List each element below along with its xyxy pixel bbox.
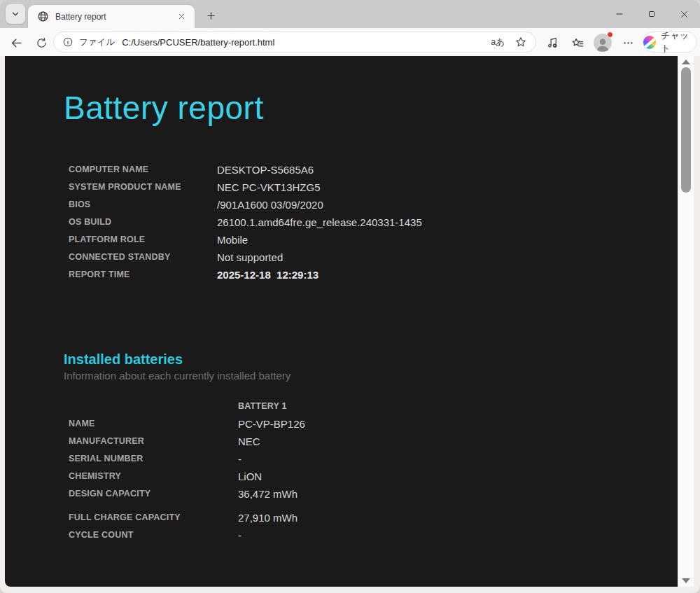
row-value: /901A1600 03/09/2020 xyxy=(217,199,650,211)
scroll-up-arrow-icon[interactable] xyxy=(682,60,690,64)
music-note-icon xyxy=(546,36,559,50)
address-bar[interactable]: ファイル C:/Users/PCUSER/battery-report.html… xyxy=(53,32,536,53)
table-row: MANUFACTURER NEC xyxy=(69,433,650,450)
copilot-chat-button[interactable]: チャット xyxy=(643,32,697,53)
row-label: REPORT TIME xyxy=(69,270,217,279)
table-row: REPORT TIME 2025-12-18 12:29:13 xyxy=(69,266,650,284)
row-value: 36,472 mWh xyxy=(238,488,650,500)
battery-report: Battery report COMPUTER NAME DESKTOP-S56… xyxy=(5,56,678,544)
vertical-scrollbar[interactable] xyxy=(678,56,694,587)
row-value: 26100.1.amd64fre.ge_release.240331-1435 xyxy=(217,216,650,228)
table-row: CONNECTED STANDBY Not supported xyxy=(69,249,650,266)
table-row: SYSTEM PRODUCT NAME NEC PC-VKT13HZG5 xyxy=(69,179,650,196)
row-value: - xyxy=(238,529,650,541)
section-subtitle: Information about each currently install… xyxy=(64,370,650,382)
table-row: OS BUILD 26100.1.amd64fre.ge_release.240… xyxy=(69,214,650,231)
row-label: MANUFACTURER xyxy=(69,436,238,446)
table-row: CYCLE COUNT - xyxy=(69,526,650,544)
chevron-down-icon xyxy=(10,9,20,19)
copilot-icon xyxy=(643,36,656,49)
new-tab-button[interactable] xyxy=(202,6,220,25)
back-arrow-icon xyxy=(10,36,23,50)
row-label: CHEMISTRY xyxy=(69,471,238,481)
tab-title: Battery report xyxy=(55,12,175,22)
translate-icon[interactable]: aあ xyxy=(491,36,505,48)
page-title: Battery report xyxy=(64,88,650,129)
table-row: NAME PC-VP-BP126 xyxy=(69,415,650,433)
row-label: NAME xyxy=(69,419,238,428)
close-icon xyxy=(680,10,689,19)
url-scheme-label: ファイル xyxy=(79,36,115,48)
table-row: FULL CHARGE CAPACITY 27,910 mWh xyxy=(69,509,650,526)
row-label: FULL CHARGE CAPACITY xyxy=(69,512,238,522)
row-value: 27,910 mWh xyxy=(238,512,650,524)
row-value: DESKTOP-S5685A6 xyxy=(217,164,650,176)
favorite-star-icon[interactable] xyxy=(514,36,527,48)
table-row: CHEMISTRY LiON xyxy=(69,468,650,485)
row-value: - xyxy=(238,453,650,465)
installed-batteries-section: Installed batteries Information about ea… xyxy=(64,351,650,544)
star-list-icon xyxy=(571,36,584,50)
table-row: COMPUTER NAME DESKTOP-S5685A6 xyxy=(69,161,650,179)
url-text[interactable]: C:/Users/PCUSER/battery-report.html xyxy=(122,37,491,48)
row-label: SYSTEM PRODUCT NAME xyxy=(69,182,217,192)
column-header: BATTERY 1 xyxy=(238,401,650,411)
browser-window: Battery report xyxy=(0,0,700,593)
profile-button[interactable] xyxy=(593,33,612,52)
close-window-button[interactable] xyxy=(668,0,700,28)
refresh-button[interactable] xyxy=(32,34,50,52)
tab-strip: Battery report xyxy=(0,0,700,28)
more-menu-button[interactable] xyxy=(619,34,637,52)
row-label: SERIAL NUMBER xyxy=(69,454,238,463)
system-info-table: COMPUTER NAME DESKTOP-S5685A6 SYSTEM PRO… xyxy=(69,161,650,284)
tab-search-button[interactable] xyxy=(6,4,25,24)
back-button[interactable] xyxy=(7,34,25,52)
maximize-icon xyxy=(648,10,656,18)
row-label: COMPUTER NAME xyxy=(69,165,217,174)
scroll-down-arrow-icon[interactable] xyxy=(682,578,690,583)
globe-icon xyxy=(37,11,49,22)
info-icon[interactable] xyxy=(62,36,74,48)
table-row: PLATFORM ROLE Mobile xyxy=(69,231,650,249)
row-label: OS BUILD xyxy=(69,217,217,227)
browser-toolbar: ファイル C:/Users/PCUSER/battery-report.html… xyxy=(0,28,700,56)
row-label: BIOS xyxy=(69,200,217,209)
plus-icon xyxy=(206,11,216,21)
table-row: BIOS /901A1600 03/09/2020 xyxy=(69,196,650,214)
section-heading: Installed batteries xyxy=(64,351,650,368)
scrollbar-thumb[interactable] xyxy=(681,67,691,193)
row-label: CONNECTED STANDBY xyxy=(69,252,217,262)
refresh-icon xyxy=(36,37,48,49)
tab-close-icon[interactable] xyxy=(175,11,188,23)
row-label: PLATFORM ROLE xyxy=(69,235,217,244)
notification-dot xyxy=(607,32,613,38)
minimize-icon xyxy=(615,10,624,18)
favorites-button[interactable] xyxy=(568,34,587,52)
ellipsis-icon xyxy=(622,37,634,49)
row-value: PC-VP-BP126 xyxy=(238,418,650,430)
maximize-button[interactable] xyxy=(636,0,668,28)
page-content: Battery report COMPUTER NAME DESKTOP-S56… xyxy=(5,56,678,587)
battery-table: BATTERY 1 NAME PC-VP-BP126 MANUFACTURER … xyxy=(69,398,650,544)
row-label: DESIGN CAPACITY xyxy=(69,489,238,498)
browser-tab[interactable]: Battery report xyxy=(28,5,195,28)
media-controls-button[interactable] xyxy=(543,34,561,52)
row-value: Mobile xyxy=(217,234,650,246)
row-value: NEC PC-VKT13HZG5 xyxy=(217,181,650,193)
row-value: NEC xyxy=(238,435,650,447)
report-time-value: 2025-12-18 12:29:13 xyxy=(217,269,650,281)
window-controls xyxy=(603,0,700,28)
row-label: CYCLE COUNT xyxy=(69,530,238,540)
row-value: LiON xyxy=(238,470,650,482)
copilot-label: チャット xyxy=(661,29,696,55)
table-header-row: BATTERY 1 xyxy=(69,398,650,415)
table-row: DESIGN CAPACITY 36,472 mWh xyxy=(69,485,650,503)
table-row: SERIAL NUMBER - xyxy=(69,450,650,468)
row-value: Not supported xyxy=(217,251,650,263)
minimize-button[interactable] xyxy=(603,0,636,28)
